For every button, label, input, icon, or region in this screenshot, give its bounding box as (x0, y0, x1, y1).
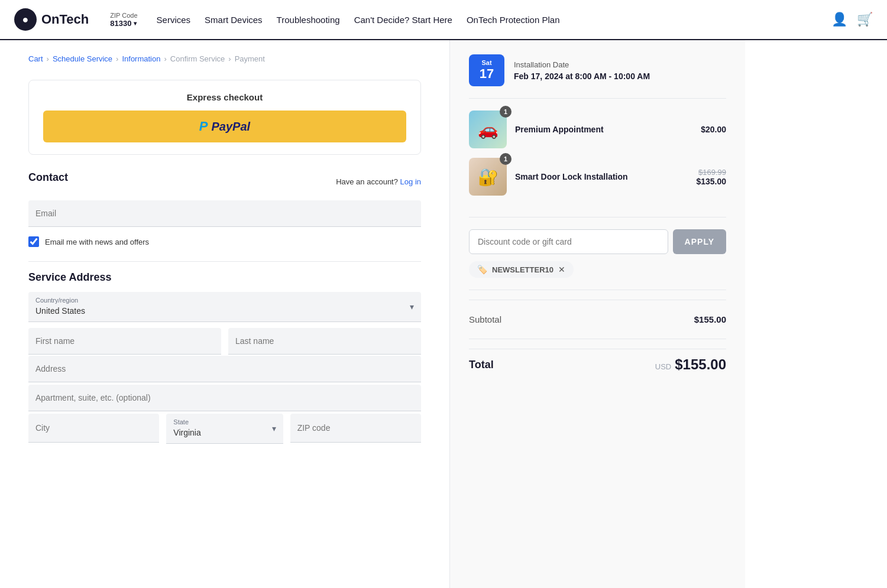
applied-code-badge: 🏷️ NEWSLETTER10 ✕ (469, 261, 574, 278)
chevron-down-icon: ▾ (134, 20, 137, 27)
nav-protection-plan[interactable]: OnTech Protection Plan (467, 15, 560, 25)
item-details-doorlock: Smart Door Lock Installation (515, 172, 688, 181)
breadcrumb-schedule[interactable]: Schedule Service (53, 54, 112, 63)
cart-icon[interactable]: 🛒 (857, 12, 873, 27)
contact-section-label: Contact (28, 171, 68, 184)
item-price-premium: $20.00 (701, 125, 726, 134)
nav-cant-decide[interactable]: Can't Decide? Start Here (354, 15, 452, 25)
total-label: Total (469, 359, 494, 371)
order-item-doorlock: 🔐 1 Smart Door Lock Installation $169.99… (469, 158, 726, 196)
zip-selector[interactable]: ZIP Code 81330 ▾ (110, 12, 137, 28)
zip-code-field[interactable] (290, 414, 421, 443)
breadcrumb-sep-1: › (47, 54, 49, 63)
contact-section: Contact Have an account? Log in Email me… (28, 171, 421, 247)
state-label: State (166, 414, 283, 425)
breadcrumb-information[interactable]: Information (122, 54, 160, 63)
nav-icons: 👤 🛒 (831, 12, 873, 27)
item-quantity-doorlock: 1 (500, 153, 512, 165)
country-label: Country/region (28, 292, 421, 304)
have-account-text: Have an account? Log in (336, 177, 421, 186)
state-select[interactable]: Virginia (166, 425, 283, 443)
address-row (28, 356, 421, 384)
country-select-wrapper[interactable]: Country/region United States ▾ (28, 292, 421, 322)
item-name-doorlock: Smart Door Lock Installation (515, 172, 688, 181)
subtotal-row: Subtotal $155.00 (469, 310, 726, 329)
email-field[interactable] (28, 200, 421, 227)
country-select[interactable]: United States (28, 304, 421, 321)
zip-value[interactable]: 81330 ▾ (110, 19, 137, 28)
paypal-button[interactable]: P PayPal (43, 111, 406, 142)
remove-code-button[interactable]: ✕ (558, 265, 565, 274)
installation-date: Feb 17, 2024 at 8:00 AM - 10:00 AM (514, 72, 650, 81)
item-current-price-premium: $20.00 (701, 125, 726, 134)
breadcrumb-payment: Payment (235, 54, 265, 63)
item-name-premium: Premium Appointment (515, 125, 692, 134)
newsletter-label: Email me with news and offers (45, 238, 149, 246)
totals-section: Subtotal $155.00 (469, 300, 726, 329)
address-field[interactable] (28, 356, 421, 382)
order-items: 🚗 1 Premium Appointment $20.00 🔐 1 Smart… (469, 111, 726, 217)
left-column: Cart › Schedule Service › Information › … (0, 40, 449, 588)
apt-field[interactable] (28, 385, 421, 411)
state-select-wrapper[interactable]: State Virginia ▾ (166, 414, 283, 444)
item-details-premium: Premium Appointment (515, 125, 692, 134)
item-original-price-doorlock: $169.99 (696, 168, 726, 177)
navbar: ● OnTech ZIP Code 81330 ▾ Services Smart… (0, 0, 887, 40)
last-name-field[interactable] (228, 328, 421, 355)
subtotal-label: Subtotal (469, 314, 501, 324)
city-field[interactable] (28, 414, 159, 443)
date-badge-num: 17 (476, 66, 497, 82)
name-row (28, 328, 421, 355)
date-info: Installation Date Feb 17, 2024 at 8:00 A… (514, 60, 650, 81)
nav-troubleshooting[interactable]: Troubleshooting (277, 15, 340, 25)
item-image-premium: 🚗 (469, 111, 507, 148)
account-icon[interactable]: 👤 (831, 12, 847, 27)
city-state-zip-row: State Virginia ▾ (28, 414, 421, 444)
discount-code-input[interactable] (469, 229, 668, 254)
breadcrumb-sep-3: › (164, 54, 166, 63)
logo-icon: ● (14, 8, 37, 31)
order-item-premium: 🚗 1 Premium Appointment $20.00 (469, 111, 726, 148)
installation-label: Installation Date (514, 60, 650, 69)
nav-links: Services Smart Devices Troubleshooting C… (157, 15, 812, 25)
discount-section: APPLY 🏷️ NEWSLETTER10 ✕ (469, 229, 726, 278)
item-image-doorlock: 🔐 (469, 158, 507, 196)
brand-logo[interactable]: ● OnTech (14, 8, 89, 31)
nav-services[interactable]: Services (157, 15, 191, 25)
newsletter-checkbox[interactable] (28, 236, 39, 247)
subtotal-value: $155.00 (694, 314, 726, 324)
apt-row (28, 385, 421, 412)
separator-total (469, 339, 726, 339)
item-quantity-premium: 1 (500, 106, 512, 118)
date-badge-day: Sat (476, 59, 497, 66)
separator-totals (469, 290, 726, 290)
paypal-logo: PayPal (212, 120, 251, 134)
discount-input-row: APPLY (469, 229, 726, 254)
breadcrumb-cart[interactable]: Cart (28, 54, 43, 63)
first-name-field[interactable] (28, 328, 221, 355)
total-amount: $155.00 (675, 356, 726, 373)
apply-discount-button[interactable]: APPLY (673, 229, 726, 254)
tag-icon: 🏷️ (477, 265, 487, 274)
page-content: Cart › Schedule Service › Information › … (0, 40, 887, 588)
address-section-label: Service Address (28, 271, 421, 284)
newsletter-checkbox-row: Email me with news and offers (28, 236, 421, 247)
separator-1 (28, 261, 421, 262)
breadcrumb-sep-2: › (116, 54, 118, 63)
nav-smart-devices[interactable]: Smart Devices (205, 15, 263, 25)
right-column: Sat 17 Installation Date Feb 17, 2024 at… (449, 40, 745, 588)
breadcrumb-confirm: Confirm Service (170, 54, 225, 63)
zip-label: ZIP Code (110, 12, 137, 19)
item-current-price-doorlock: $135.00 (696, 177, 726, 186)
breadcrumb: Cart › Schedule Service › Information › … (28, 54, 421, 63)
applied-code-text: NEWSLETTER10 (492, 265, 553, 274)
total-value-wrap: USD $155.00 (655, 356, 726, 373)
paypal-p-icon: P (199, 119, 208, 134)
address-section: Service Address Country/region United St… (28, 271, 421, 444)
date-badge: Sat 17 (469, 54, 504, 86)
breadcrumb-sep-4: › (228, 54, 231, 63)
express-checkout-box: Express checkout P PayPal (28, 80, 421, 155)
login-link[interactable]: Log in (400, 177, 421, 186)
order-date-section: Sat 17 Installation Date Feb 17, 2024 at… (469, 54, 726, 99)
total-row: Total USD $155.00 (469, 349, 726, 378)
